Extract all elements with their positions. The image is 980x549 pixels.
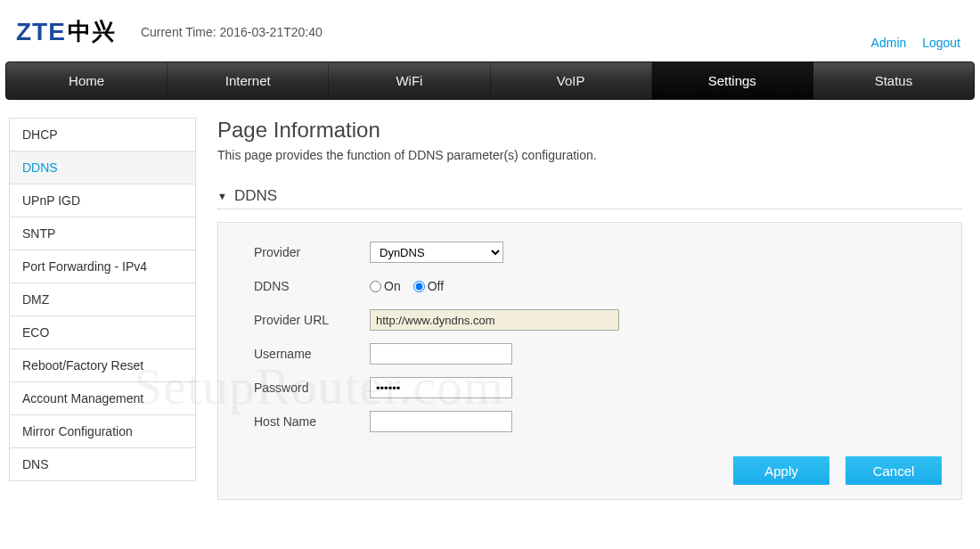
- nav-tab-voip[interactable]: VoIP: [491, 62, 652, 99]
- radio-on-label[interactable]: On: [370, 279, 401, 293]
- ddns-panel: Provider DynDNS DDNS On Off: [217, 222, 962, 500]
- label-ddns: DDNS: [254, 279, 370, 293]
- section-title: DDNS: [234, 187, 277, 205]
- page-description: This page provides the function of DDNS …: [217, 148, 962, 162]
- sidebar-item-ddns[interactable]: DDNS: [10, 152, 195, 184]
- nav-tab-settings[interactable]: Settings: [652, 62, 813, 99]
- label-provider: Provider: [254, 245, 370, 259]
- sidebar-item-upnp[interactable]: UPnP IGD: [10, 184, 195, 217]
- password-input[interactable]: [370, 377, 512, 398]
- admin-link[interactable]: Admin: [871, 36, 907, 50]
- sidebar-item-port-forwarding[interactable]: Port Forwarding - IPv4: [10, 250, 195, 283]
- page-title: Page Information: [217, 118, 962, 143]
- radio-on[interactable]: [370, 281, 381, 292]
- collapse-icon: ▼: [217, 191, 227, 201]
- logout-link[interactable]: Logout: [922, 36, 960, 50]
- nav-tab-status[interactable]: Status: [813, 62, 974, 99]
- logo-roman: ZTE: [16, 18, 66, 46]
- sidebar-item-dns[interactable]: DNS: [10, 448, 195, 481]
- radio-off[interactable]: [413, 281, 425, 292]
- label-password: Password: [254, 381, 370, 395]
- sidebar-item-dmz[interactable]: DMZ: [10, 283, 195, 316]
- sidebar-item-account[interactable]: Account Management: [10, 382, 195, 415]
- sidebar-item-reboot[interactable]: Reboot/Factory Reset: [10, 349, 195, 382]
- label-hostname: Host Name: [254, 414, 370, 429]
- provider-url-input: [370, 309, 619, 331]
- label-username: Username: [254, 347, 370, 361]
- main-nav: Home Internet WiFi VoIP Settings Status: [5, 61, 975, 100]
- label-provider-url: Provider URL: [254, 313, 370, 327]
- apply-button[interactable]: Apply: [733, 456, 829, 485]
- sidebar: DHCP DDNS UPnP IGD SNTP Port Forwarding …: [9, 118, 196, 481]
- radio-off-label[interactable]: Off: [413, 279, 444, 293]
- cancel-button[interactable]: Cancel: [845, 456, 942, 485]
- sidebar-item-mirror[interactable]: Mirror Configuration: [10, 415, 195, 448]
- nav-tab-internet[interactable]: Internet: [167, 62, 329, 99]
- sidebar-item-dhcp[interactable]: DHCP: [10, 119, 195, 152]
- logo-cn: 中兴: [68, 16, 116, 47]
- nav-tab-home[interactable]: Home: [6, 62, 167, 99]
- sidebar-item-eco[interactable]: ECO: [10, 316, 195, 349]
- hostname-input[interactable]: [370, 411, 512, 432]
- username-input[interactable]: [370, 343, 512, 365]
- logo: ZTE中兴: [16, 16, 116, 47]
- current-time: Current Time: 2016-03-21T20:40: [141, 25, 323, 39]
- sidebar-item-sntp[interactable]: SNTP: [10, 217, 195, 250]
- nav-tab-wifi[interactable]: WiFi: [329, 62, 490, 99]
- provider-select[interactable]: DynDNS: [370, 242, 503, 263]
- section-header-ddns[interactable]: ▼ DDNS: [217, 187, 962, 209]
